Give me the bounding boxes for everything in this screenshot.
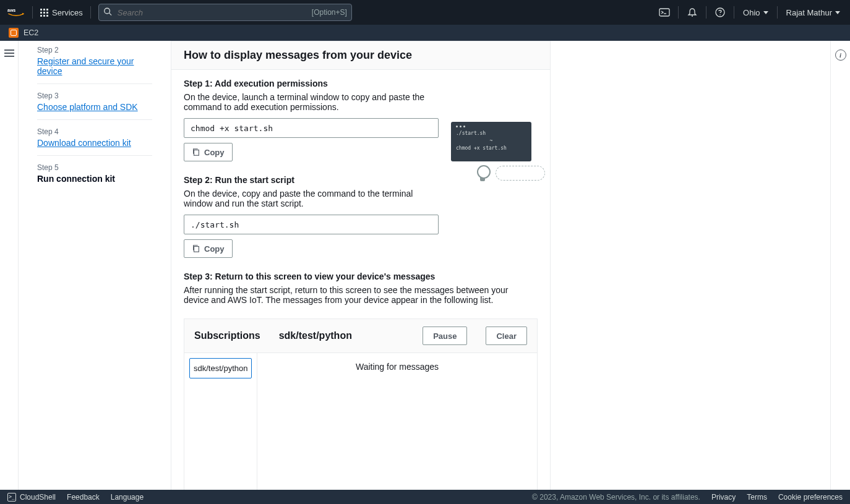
- step3-heading: Step 3: Return to this screen to view yo…: [184, 271, 538, 281]
- service-name[interactable]: EC2: [24, 28, 38, 37]
- chevron-down-icon: [763, 11, 768, 14]
- top-nav: aws Services [Option+S] Ohio Raja: [0, 0, 850, 25]
- search-icon: [103, 7, 112, 18]
- search-shortcut-hint: [Option+S]: [312, 8, 347, 17]
- region-selector[interactable]: Ohio: [741, 8, 770, 17]
- services-label: Services: [52, 8, 83, 17]
- main-column: How to display messages from your device…: [171, 41, 830, 490]
- step-link-download-kit[interactable]: Download connection kit: [37, 138, 131, 148]
- step3-block: Step 3: Return to this screen to view yo…: [184, 271, 538, 305]
- svg-text:aws: aws: [7, 8, 15, 12]
- wizard-step: Step 2 Register and secure your device: [37, 46, 152, 84]
- illus-line: ./start.sh: [456, 130, 526, 137]
- instructions-card: How to display messages from your device…: [171, 41, 551, 490]
- step1-command-field[interactable]: chmod +x start.sh: [184, 118, 439, 138]
- clear-button[interactable]: Clear: [486, 327, 527, 345]
- svg-line-2: [109, 13, 111, 15]
- step1-desc: On the device, launch a terminal window …: [184, 92, 439, 112]
- step-link-register-device[interactable]: Register and secure your device: [37, 56, 134, 76]
- copy-label: Copy: [204, 148, 225, 157]
- messages-area: Waiting for messages: [257, 353, 537, 490]
- subscriptions-list[interactable]: sdk/test/python: [184, 353, 257, 490]
- ec2-service-icon: [9, 28, 19, 38]
- copy-label: Copy: [204, 244, 225, 254]
- service-breadcrumb-bar: EC2: [0, 25, 850, 41]
- copyright-text: © 2023, Amazon Web Services, Inc. or its…: [532, 493, 700, 502]
- cloudshell-label: CloudShell: [20, 493, 56, 502]
- step-number: Step 3: [37, 92, 152, 100]
- step1-copy-button[interactable]: Copy: [184, 143, 233, 161]
- wizard-step: Step 3 Choose platform and SDK: [37, 84, 152, 120]
- svg-rect-3: [659, 9, 669, 16]
- step1-row: Step 1: Add execution permissions On the…: [184, 79, 538, 271]
- cloudshell-icon: [7, 493, 16, 502]
- cloudshell-icon[interactable]: [657, 5, 672, 20]
- illustration-terminal: ./start.sh ~ chmod +x start.sh: [451, 122, 531, 161]
- step-number: Step 2: [37, 46, 152, 54]
- bulb-icon: [476, 165, 489, 181]
- wizard-step: Step 4 Download connection kit: [37, 120, 152, 156]
- divider: [678, 6, 679, 19]
- cloudshell-link[interactable]: CloudShell: [7, 493, 56, 502]
- help-icon[interactable]: [713, 5, 728, 20]
- copy-icon: [192, 148, 200, 156]
- language-link[interactable]: Language: [111, 493, 144, 502]
- step2-copy-button[interactable]: Copy: [184, 239, 233, 258]
- card-header: How to display messages from your device: [171, 41, 550, 70]
- svg-point-1: [105, 8, 110, 14]
- waiting-text: Waiting for messages: [356, 362, 439, 372]
- services-menu-button[interactable]: Services: [40, 8, 83, 17]
- username-label: Rajat Mathur: [786, 8, 832, 17]
- account-menu[interactable]: Rajat Mathur: [784, 8, 843, 17]
- step-number: Step 5: [37, 163, 152, 172]
- privacy-link[interactable]: Privacy: [711, 493, 736, 502]
- aws-logo[interactable]: aws: [7, 6, 25, 19]
- pause-button[interactable]: Pause: [423, 327, 467, 345]
- notifications-icon[interactable]: [685, 5, 700, 20]
- divider: [734, 6, 734, 19]
- card-body: Step 1: Add execution permissions On the…: [171, 70, 550, 490]
- right-rail: i: [830, 41, 850, 490]
- illustration-connection: [451, 165, 550, 181]
- step3-desc: After running the start script, return t…: [184, 285, 518, 305]
- subscriptions-header: Subscriptions sdk/test/python Pause Clea…: [184, 319, 537, 353]
- cookie-prefs-link[interactable]: Cookie preferences: [778, 493, 843, 502]
- info-panel-toggle[interactable]: i: [835, 49, 846, 61]
- divider: [90, 6, 91, 19]
- footer-bar: CloudShell Feedback Language © 2023, Ama…: [0, 490, 850, 504]
- step-link-choose-platform[interactable]: Choose platform and SDK: [37, 102, 138, 112]
- subscriptions-heading: Subscriptions: [194, 330, 260, 341]
- subscriptions-panel: Subscriptions sdk/test/python Pause Clea…: [184, 318, 538, 490]
- divider: [706, 6, 706, 19]
- grid-icon: [40, 9, 48, 17]
- terms-link[interactable]: Terms: [747, 493, 767, 502]
- content-area: Step 2 Register and secure your device S…: [19, 41, 830, 490]
- subscriptions-topic: sdk/test/python: [279, 330, 352, 341]
- region-label: Ohio: [743, 8, 760, 17]
- step2-desc: On the device, copy and paste the comman…: [184, 189, 439, 208]
- divider: [32, 6, 33, 19]
- step2-block: Step 2: Run the start script On the devi…: [184, 175, 439, 258]
- svg-rect-9: [194, 247, 199, 252]
- step1-heading: Step 1: Add execution permissions: [184, 79, 439, 88]
- svg-rect-8: [194, 150, 199, 156]
- left-rail: [0, 41, 19, 490]
- illus-line: chmod +x start.sh: [456, 145, 526, 152]
- step2-heading: Step 2: Run the start script: [184, 175, 439, 185]
- svg-point-7: [719, 14, 721, 15]
- chevron-down-icon: [835, 11, 840, 14]
- wizard-steps-sidebar: Step 2 Register and secure your device S…: [19, 41, 171, 490]
- side-nav-toggle[interactable]: [4, 49, 14, 57]
- top-nav-right: Ohio Rajat Mathur: [657, 5, 843, 20]
- card-title: How to display messages from your device: [184, 49, 412, 62]
- page-shell: Step 2 Register and secure your device S…: [0, 41, 850, 490]
- step2-command-field[interactable]: ./start.sh: [184, 215, 439, 234]
- feedback-link[interactable]: Feedback: [67, 493, 100, 502]
- global-search: [Option+S]: [98, 4, 352, 21]
- svg-point-5: [692, 15, 693, 17]
- illus-line: ~: [456, 137, 526, 145]
- subscriptions-body: sdk/test/python Waiting for messages: [184, 353, 537, 490]
- subscription-item[interactable]: sdk/test/python: [189, 358, 252, 378]
- wizard-step-current: Step 5 Run connection kit: [37, 156, 152, 191]
- copy-icon: [192, 244, 200, 253]
